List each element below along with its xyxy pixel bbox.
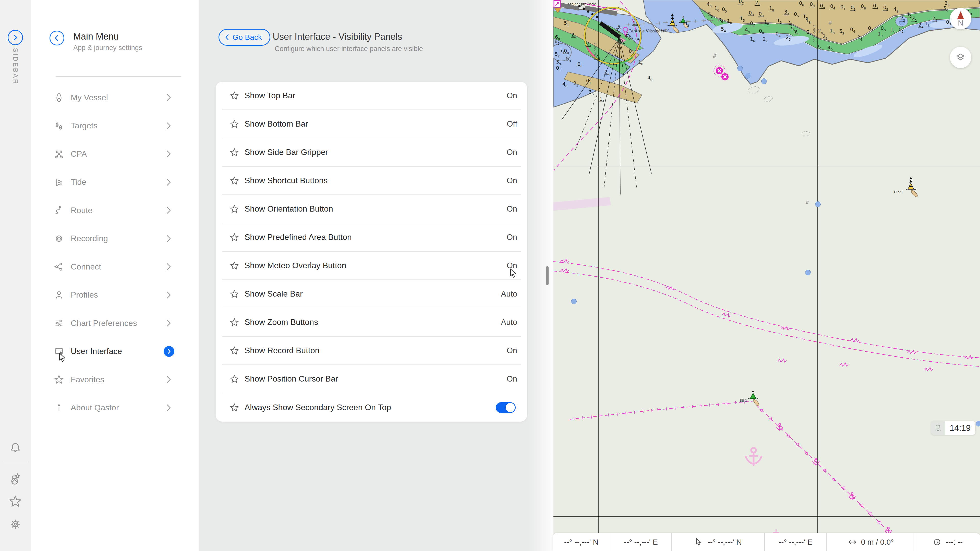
favorite-star-icon[interactable] [229, 317, 239, 327]
svg-text:0: 0 [797, 32, 800, 36]
svg-text:4: 4 [860, 38, 862, 41]
menu-item-route[interactable]: Route [31, 196, 199, 225]
vessel-star-icon[interactable] [8, 471, 22, 486]
layers-button[interactable] [950, 47, 971, 68]
svg-text:9: 9 [823, 6, 825, 10]
svg-text:0: 0 [899, 27, 902, 32]
favorite-star-icon[interactable] [229, 232, 239, 243]
settings-panel: Go Back User Interface - Visibility Pane… [199, 0, 554, 551]
svg-text:5: 5 [721, 26, 724, 32]
svg-text:2: 2 [605, 69, 608, 75]
svg-text:5: 5 [725, 10, 727, 13]
setting-value: On [507, 176, 517, 185]
favorite-star-icon[interactable] [229, 204, 239, 214]
menu-item-profiles[interactable]: Profiles [31, 281, 199, 309]
setting-value: On [507, 91, 517, 100]
svg-text:1: 1 [806, 17, 809, 23]
settings-row-show-bottom-bar[interactable]: Show Bottom BarOff [222, 110, 521, 138]
favorite-star-icon[interactable] [229, 346, 239, 356]
svg-text:1: 1 [740, 16, 743, 21]
menu-item-favorites[interactable]: Favorites [31, 365, 199, 394]
favorite-star-icon[interactable] [229, 91, 239, 101]
svg-text:0: 0 [850, 27, 853, 32]
favorite-star-icon[interactable] [229, 119, 239, 129]
sidebar-gripper[interactable] [546, 266, 549, 285]
svg-text:0: 0 [565, 84, 568, 88]
gear-icon[interactable] [8, 517, 22, 531]
toggle-knob [506, 403, 515, 412]
svg-text:2: 2 [842, 32, 845, 35]
star-icon[interactable] [8, 494, 22, 508]
chart-map[interactable]: 5128220806282801254001361155460403201640… [554, 0, 980, 551]
favorite-star-icon[interactable] [229, 374, 239, 384]
svg-text:0: 0 [556, 65, 559, 71]
svg-text:5: 5 [791, 26, 794, 32]
settings-row-show-position-cursor-bar[interactable]: Show Position Cursor BarOn [222, 365, 521, 393]
toggle-switch[interactable] [496, 402, 515, 413]
settings-row-show-scale-bar[interactable]: Show Scale BarAuto [222, 280, 521, 308]
svg-text:3: 3 [687, 24, 689, 27]
svg-text:6: 6 [721, 20, 723, 24]
menu-item-connect[interactable]: Connect [31, 252, 199, 281]
menu-item-cpa[interactable]: CPA [31, 140, 199, 168]
svg-text:1: 1 [559, 68, 561, 72]
menu-item-my-vessel[interactable]: My Vessel [31, 83, 199, 112]
svg-text:9: 9 [559, 62, 561, 66]
menu-back-button[interactable] [49, 31, 64, 45]
layers-icon [955, 51, 967, 64]
svg-text:3: 3 [780, 21, 782, 24]
svg-text:8: 8 [574, 35, 576, 39]
time-badge[interactable]: 14:19 [931, 421, 975, 435]
bell-icon[interactable] [8, 440, 22, 455]
settings-row-show-predefined-area-button[interactable]: Show Predefined Area ButtonOn [222, 223, 521, 252]
settings-row-show-record-button[interactable]: Show Record ButtonOn [222, 337, 521, 365]
menu-item-recording[interactable]: Recording [31, 225, 199, 253]
sidebar-expand-button[interactable] [8, 30, 23, 45]
setting-value: Auto [501, 289, 517, 299]
favorite-star-icon[interactable] [229, 289, 239, 299]
svg-text:6: 6 [718, 8, 719, 12]
go-back-button[interactable]: Go Back [218, 29, 270, 46]
setting-label: Show Orientation Button [245, 204, 333, 214]
settings-row-show-shortcut-buttons[interactable]: Show Shortcut ButtonsOn [222, 167, 521, 195]
favorite-star-icon[interactable] [229, 260, 239, 271]
svg-text:8: 8 [762, 31, 764, 35]
settings-row-show-orientation-button[interactable]: Show Orientation ButtonOn [222, 195, 521, 223]
main-menu-header: Main Menu App & journey settings [31, 0, 199, 59]
svg-text:9: 9 [897, 10, 899, 13]
svg-text:4: 4 [894, 6, 897, 12]
recording-icon [53, 233, 65, 245]
svg-text:8: 8 [608, 72, 609, 76]
chevron-right-icon [166, 291, 172, 300]
menu-item-user-interface[interactable]: User Interface [31, 337, 199, 366]
favorite-star-icon[interactable] [229, 176, 239, 186]
svg-text:0: 0 [636, 23, 638, 27]
svg-text:1: 1 [830, 28, 833, 33]
svg-text:1: 1 [843, 7, 845, 11]
menu-item-targets[interactable]: Targets [31, 112, 199, 140]
svg-text:0: 0 [799, 0, 802, 6]
svg-text:0: 0 [819, 47, 821, 51]
setting-label: Show Top Bar [245, 91, 295, 100]
svg-text:2: 2 [932, 16, 935, 21]
settings-row-always-show-secondary-screen-on-top[interactable]: Always Show Secondary Screen On Top [222, 393, 521, 422]
settings-row-show-meteo-overlay-button[interactable]: Show Meteo Overlay ButtonOn [222, 252, 521, 280]
menu-item-about-qastor[interactable]: About Qastor [31, 394, 199, 422]
settings-row-show-side-bar-gripper[interactable]: Show Side Bar GripperOn [222, 138, 521, 167]
setting-value: On [507, 233, 517, 242]
svg-text:2: 2 [571, 32, 574, 38]
svg-text:2: 2 [810, 32, 812, 36]
settings-row-show-zoom-buttons[interactable]: Show Zoom ButtonsAuto [222, 308, 521, 337]
svg-text:4: 4 [827, 44, 830, 50]
svg-text:7: 7 [876, 6, 878, 10]
orientation-button[interactable]: N [950, 8, 971, 29]
menu-item-chart-preferences[interactable]: Chart Preferences [31, 309, 199, 337]
favorite-star-icon[interactable] [229, 147, 239, 157]
menu-item-tide[interactable]: Tide [31, 168, 199, 197]
settings-row-show-top-bar[interactable]: Show Top BarOn [222, 82, 521, 110]
svg-text:H-SS: H-SS [894, 190, 902, 194]
selected-chevron-icon [164, 346, 174, 357]
favorite-star-icon[interactable] [229, 402, 239, 413]
qastor-app: SIDEBAR [0, 0, 980, 551]
chevron-right-icon [166, 178, 172, 187]
